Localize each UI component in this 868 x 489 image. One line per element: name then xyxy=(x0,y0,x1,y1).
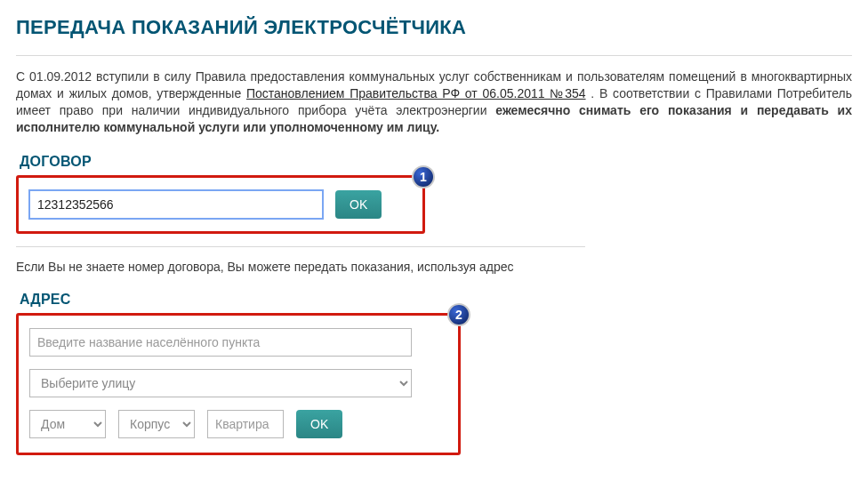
contract-ok-button[interactable]: OK xyxy=(335,190,382,219)
building-select[interactable]: Корпус xyxy=(118,410,195,438)
address-ok-button[interactable]: OK xyxy=(296,410,342,438)
divider xyxy=(16,55,852,56)
address-box: 2 Выберите улицу Дом Корпус OK xyxy=(16,313,461,455)
locality-input[interactable] xyxy=(29,328,412,357)
flat-input[interactable] xyxy=(207,410,284,438)
help-text: Если Вы не знаете номер договора, Вы мож… xyxy=(16,246,585,274)
page-title: ПЕРЕДАЧА ПОКАЗАНИЙ ЭЛЕКТРОСЧЁТЧИКА xyxy=(16,16,852,39)
step-badge-2: 2 xyxy=(447,303,470,326)
regulation-link[interactable]: Постановлением Правительства РФ от 06.05… xyxy=(246,86,586,100)
contract-number-input[interactable] xyxy=(29,190,323,219)
contract-box: 1 OK xyxy=(16,175,425,234)
house-select[interactable]: Дом xyxy=(29,410,106,438)
address-section-label: АДРЕС xyxy=(20,292,852,308)
contract-section-label: ДОГОВОР xyxy=(20,154,852,170)
street-select[interactable]: Выберите улицу xyxy=(29,369,412,397)
step-badge-1: 1 xyxy=(412,165,435,188)
intro-paragraph: С 01.09.2012 вступили в силу Правила пре… xyxy=(16,68,852,136)
